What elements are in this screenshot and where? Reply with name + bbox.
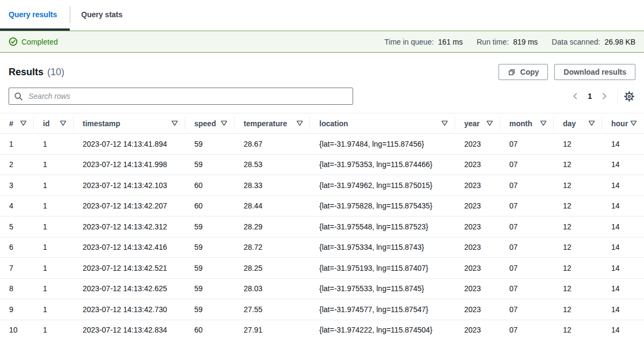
table-cell: 2023-07-12 14:13:42.521 xyxy=(74,258,185,279)
tab-query-results[interactable]: Query results xyxy=(0,0,70,31)
search-input[interactable] xyxy=(9,88,353,105)
table-cell: 14 xyxy=(602,258,644,279)
previous-page-button[interactable] xyxy=(568,92,583,100)
download-results-button[interactable]: Download results xyxy=(554,64,635,80)
table-cell: 2023 xyxy=(455,278,500,299)
column-header[interactable]: hour xyxy=(602,113,644,134)
filter-icon[interactable] xyxy=(486,120,493,126)
filter-icon[interactable] xyxy=(171,120,178,126)
table-cell: 12 xyxy=(554,154,602,175)
table-row[interactable]: 1012023-07-12 14:13:42.8346027.91{lat=-3… xyxy=(0,320,644,339)
table-cell: 2023-07-12 14:13:41.894 xyxy=(74,134,185,155)
stat-run-time: Run time: 819 ms xyxy=(477,38,538,46)
filter-icon[interactable] xyxy=(60,120,67,126)
search-icon xyxy=(14,92,23,101)
table-cell: {lat=-31.975353, lng=115.874466} xyxy=(310,154,455,175)
column-label: # xyxy=(9,119,13,128)
table-row[interactable]: 812023-07-12 14:13:42.6255928.03{lat=-31… xyxy=(0,278,644,299)
table-cell: 1 xyxy=(34,134,74,155)
table-cell: 12 xyxy=(554,299,602,320)
column-header[interactable]: day xyxy=(554,113,602,134)
table-cell: 28.03 xyxy=(235,278,310,299)
table-cell: 12 xyxy=(554,217,602,237)
preferences-button[interactable] xyxy=(623,91,635,102)
table-row[interactable]: 312023-07-12 14:13:42.1036028.33{lat=-31… xyxy=(0,175,644,196)
table-cell: 1 xyxy=(34,299,74,320)
table-cell: 12 xyxy=(554,320,602,339)
filter-icon[interactable] xyxy=(588,120,595,126)
column-header[interactable]: id xyxy=(34,113,74,134)
stat-label: Data scanned: xyxy=(552,38,600,46)
table-cell: 07 xyxy=(500,154,554,175)
table-row[interactable]: 912023-07-12 14:13:42.7305927.55{lat=-31… xyxy=(0,299,644,320)
table-cell: 2023-07-12 14:13:42.103 xyxy=(74,175,185,196)
status-text: Completed xyxy=(21,38,58,46)
table-cell: 14 xyxy=(602,154,644,175)
table-row[interactable]: 212023-07-12 14:13:41.9985928.53{lat=-31… xyxy=(0,154,644,175)
table-row[interactable]: 112023-07-12 14:13:41.8945928.67{lat=-31… xyxy=(0,134,644,155)
table-row[interactable]: 512023-07-12 14:13:42.3125928.29{lat=-31… xyxy=(0,217,644,237)
table-cell: 59 xyxy=(185,278,235,299)
table-cell: 2023 xyxy=(455,217,500,237)
table-cell: 14 xyxy=(602,278,644,299)
column-label: hour xyxy=(611,119,628,128)
table-cell: 1 xyxy=(34,196,74,217)
table-cell: 2023 xyxy=(455,320,500,339)
table-row[interactable]: 612023-07-12 14:13:42.4165928.72{lat=-31… xyxy=(0,237,644,258)
table-cell: 8 xyxy=(0,278,34,299)
next-page-button[interactable] xyxy=(597,92,612,100)
column-label: id xyxy=(43,119,49,128)
table-cell: 2023 xyxy=(455,175,500,196)
gear-icon xyxy=(624,91,634,102)
table-cell: 1 xyxy=(34,278,74,299)
table-cell: 14 xyxy=(602,299,644,320)
table-cell: 14 xyxy=(602,320,644,339)
table-cell: 59 xyxy=(185,154,235,175)
column-header[interactable]: # xyxy=(0,113,34,134)
table-row[interactable]: 712023-07-12 14:13:42.5215928.25{lat=-31… xyxy=(0,258,644,279)
column-header[interactable]: timestamp xyxy=(74,113,185,134)
column-header[interactable]: location xyxy=(310,113,455,134)
pagination-divider xyxy=(617,89,618,103)
table-cell: 5 xyxy=(0,217,34,237)
table-cell: 28.33 xyxy=(235,175,310,196)
column-header[interactable]: year xyxy=(455,113,500,134)
filter-icon[interactable] xyxy=(221,120,228,126)
status-badge: Completed xyxy=(9,37,58,46)
filter-icon[interactable] xyxy=(20,120,27,126)
table-cell: 07 xyxy=(500,320,554,339)
check-circle-icon xyxy=(9,37,18,46)
chevron-left-icon xyxy=(571,92,580,100)
tabs-bar: Query results Query stats xyxy=(0,0,644,31)
copy-button-label: Copy xyxy=(520,68,539,76)
stat-value: 161 ms xyxy=(438,38,463,46)
tab-label: Query results xyxy=(9,10,57,19)
table-cell: 60 xyxy=(185,196,235,217)
filter-icon[interactable] xyxy=(630,120,637,126)
table-cell: 07 xyxy=(500,299,554,320)
table-cell: {lat=-31.975828, lng=115.875435} xyxy=(310,196,455,217)
table-cell: {lat=-31.975548, lng=115.87523} xyxy=(310,217,455,237)
table-cell: 14 xyxy=(602,237,644,258)
table-cell: 28.53 xyxy=(235,154,310,175)
filter-icon[interactable] xyxy=(540,120,547,126)
column-header[interactable]: month xyxy=(500,113,554,134)
filter-icon[interactable] xyxy=(296,120,303,126)
table-cell: 27.91 xyxy=(235,320,310,339)
table-cell: 2023-07-12 14:13:42.312 xyxy=(74,217,185,237)
column-header[interactable]: speed xyxy=(185,113,235,134)
table-row[interactable]: 412023-07-12 14:13:42.2076028.44{lat=-31… xyxy=(0,196,644,217)
column-label: speed xyxy=(194,119,216,128)
table-cell: {lat=-31.974577, lng=115.87547} xyxy=(310,299,455,320)
table-cell: 2023-07-12 14:13:42.416 xyxy=(74,237,185,258)
table-cell: 59 xyxy=(185,217,235,237)
current-page[interactable]: 1 xyxy=(583,92,597,100)
tab-query-stats[interactable]: Query stats xyxy=(70,0,133,31)
copy-button[interactable]: Copy xyxy=(499,64,548,80)
column-header[interactable]: temperature xyxy=(235,113,310,134)
table-cell: 07 xyxy=(500,134,554,155)
table-cell: {lat=-31.97484, lng=115.87456} xyxy=(310,134,455,155)
table-cell: 2023 xyxy=(455,196,500,217)
table-cell: 07 xyxy=(500,175,554,196)
filter-icon[interactable] xyxy=(441,120,448,126)
